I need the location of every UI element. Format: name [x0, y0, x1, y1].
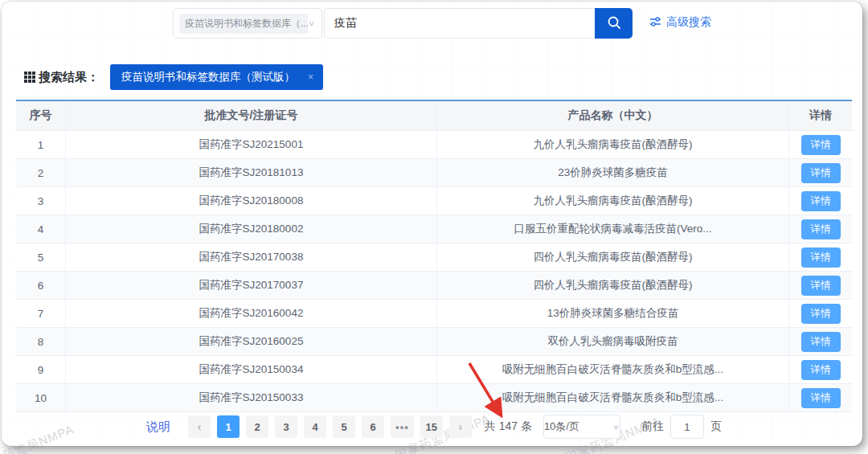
- grid-icon: [24, 72, 35, 83]
- row-index: 8: [16, 328, 66, 355]
- search-bar: 疫苗说明书和标签数据库（... × ∨ 高级搜索: [0, 8, 868, 40]
- table-row: 8 国药准字SJ20160025 双价人乳头瘤病毒吸附疫苗 详情: [16, 328, 852, 356]
- product-name: 九价人乳头瘤病毒疫苗(酿酒酵母): [437, 131, 789, 158]
- table-row: 7 国药准字SJ20160042 13价肺炎球菌多糖结合疫苗 详情: [16, 300, 852, 328]
- product-name: 吸附无细胞百白破灭活脊髓灰质炎和b型流感...: [437, 384, 789, 411]
- detail-button[interactable]: 详情: [801, 276, 841, 296]
- page-button-2[interactable]: 2: [246, 415, 268, 438]
- approval-number: 国药准字SJ20181013: [66, 159, 437, 186]
- results-header: 搜索结果： 疫苗说明书和标签数据库（测试版） ×: [24, 64, 323, 90]
- row-index: 5: [16, 243, 66, 271]
- table-row: 6 国药准字SJ20170037 四价人乳头瘤病毒疫苗(酿酒酵母) 详情: [16, 272, 852, 300]
- advanced-search-label: 高级搜索: [666, 15, 711, 30]
- detail-button[interactable]: 详情: [801, 360, 841, 380]
- detail-button[interactable]: 详情: [801, 304, 841, 324]
- product-name: 四价人乳头瘤病毒疫苗(酿酒酵母): [437, 272, 789, 299]
- approval-number: 国药准字SJ20170037: [66, 272, 437, 299]
- next-page-button[interactable]: ›: [449, 415, 472, 438]
- page-button-15[interactable]: 15: [420, 415, 443, 438]
- results-table: 序号 批准文号/注册证号 产品名称（中文） 详情 1 国药准字SJ2021500…: [16, 100, 852, 412]
- table-row: 9 国药准字SJ20150034 吸附无细胞百白破灭活脊髓灰质炎和b型流感...…: [16, 356, 852, 384]
- page-button-6[interactable]: 6: [362, 415, 384, 438]
- table-row: 1 国药准字SJ20215001 九价人乳头瘤病毒疫苗(酿酒酵母) 详情: [16, 131, 852, 159]
- detail-button[interactable]: 详情: [801, 163, 841, 183]
- pagination: 说明 ‹ 1 2 3 4 5 6 ••• 15 › 共 147 条 10条/页 …: [0, 415, 868, 439]
- page-button-1[interactable]: 1: [217, 415, 240, 438]
- detail-button[interactable]: 详情: [801, 135, 841, 155]
- database-tag-label: 疫苗说明书和标签数据库（...: [185, 17, 308, 31]
- product-name: 九价人乳头瘤病毒疫苗(酿酒酵母): [437, 187, 789, 215]
- chevron-left-icon: ‹: [198, 420, 202, 433]
- approval-number: 国药准字SJ20160042: [66, 300, 437, 327]
- filter-tag-label: 疫苗说明书和标签数据库（测试版）: [121, 70, 295, 84]
- filter-sliders-icon: [649, 16, 661, 30]
- header-detail: 详情: [789, 101, 852, 130]
- approval-number: 国药准字SJ20215001: [66, 131, 437, 158]
- table-row: 2 国药准字SJ20181013 23价肺炎球菌多糖疫苗 详情: [16, 159, 852, 187]
- approval-number: 国药准字SJ20180008: [66, 187, 437, 215]
- header-approval: 批准文号/注册证号: [66, 101, 437, 130]
- approval-number: 国药准字SJ20170038: [66, 243, 437, 271]
- filter-tag: 疫苗说明书和标签数据库（测试版） ×: [110, 64, 323, 90]
- goto-suffix: 页: [710, 419, 722, 434]
- chevron-down-icon: ∨: [308, 19, 315, 27]
- row-index: 10: [16, 384, 66, 411]
- row-index: 2: [16, 159, 66, 186]
- approval-number: 国药准字SJ20160025: [66, 328, 437, 355]
- row-index: 4: [16, 215, 66, 243]
- row-index: 9: [16, 356, 66, 383]
- total-count: 共 147 条: [485, 419, 532, 434]
- approval-number: 国药准字SJ20150033: [66, 384, 437, 411]
- page-button-4[interactable]: 4: [304, 415, 326, 438]
- product-name: 吸附无细胞百白破灭活脊髓灰质炎和b型流感...: [437, 356, 789, 383]
- table-header-row: 序号 批准文号/注册证号 产品名称（中文） 详情: [16, 101, 852, 131]
- search-button[interactable]: [595, 8, 633, 39]
- page-button-3[interactable]: 3: [275, 415, 297, 438]
- detail-button[interactable]: 详情: [801, 332, 841, 352]
- prev-page-button[interactable]: ‹: [188, 415, 211, 438]
- goto-prefix: 前往: [641, 419, 664, 434]
- more-pages-button[interactable]: •••: [391, 415, 414, 438]
- row-index: 3: [16, 187, 66, 215]
- note-link[interactable]: 说明: [146, 419, 170, 435]
- database-select[interactable]: 疫苗说明书和标签数据库（... × ∨: [173, 8, 322, 39]
- table-row: 10 国药准字SJ20150033 吸附无细胞百白破灭活脊髓灰质炎和b型流感..…: [16, 384, 852, 411]
- page-button-5[interactable]: 5: [333, 415, 355, 438]
- header-product: 产品名称（中文）: [437, 101, 789, 130]
- detail-button[interactable]: 详情: [801, 219, 841, 239]
- advanced-search-link[interactable]: 高级搜索: [649, 15, 711, 30]
- table-row: 5 国药准字SJ20170038 四价人乳头瘤病毒疫苗(酿酒酵母) 详情: [16, 243, 852, 272]
- table-row: 4 国药准字SJ20180002 口服五价重配轮状病毒减毒活疫苗(Vero...…: [16, 215, 852, 243]
- product-name: 四价人乳头瘤病毒疫苗(酿酒酵母): [437, 243, 789, 271]
- page-size-value: 10条/页: [544, 419, 579, 434]
- chevron-right-icon: ›: [458, 420, 462, 433]
- search-icon: [606, 14, 622, 33]
- row-index: 7: [16, 300, 66, 327]
- filter-tag-close-icon[interactable]: ×: [308, 72, 313, 83]
- page-size-select[interactable]: 10条/页 ∨: [543, 415, 620, 439]
- product-name: 13价肺炎球菌多糖结合疫苗: [437, 300, 789, 327]
- database-tag: 疫苗说明书和标签数据库（... ×: [179, 14, 308, 34]
- approval-number: 国药准字SJ20180002: [66, 215, 437, 243]
- approval-number: 国药准字SJ20150034: [66, 356, 437, 383]
- product-name: 23价肺炎球菌多糖疫苗: [437, 159, 789, 186]
- table-body: 1 国药准字SJ20215001 九价人乳头瘤病毒疫苗(酿酒酵母) 详情 2 国…: [16, 131, 852, 411]
- detail-button[interactable]: 详情: [801, 388, 841, 408]
- detail-button[interactable]: 详情: [801, 191, 841, 211]
- table-row: 3 国药准字SJ20180008 九价人乳头瘤病毒疫苗(酿酒酵母) 详情: [16, 187, 852, 215]
- goto-page: 前往 页: [641, 415, 722, 439]
- header-index: 序号: [16, 101, 66, 130]
- detail-button[interactable]: 详情: [801, 247, 841, 268]
- row-index: 1: [16, 131, 66, 158]
- chevron-down-icon: ∨: [612, 423, 620, 431]
- product-name: 口服五价重配轮状病毒减毒活疫苗(Vero...: [437, 215, 789, 243]
- search-input[interactable]: [324, 8, 595, 39]
- results-label: 搜索结果：: [39, 70, 99, 85]
- row-index: 6: [16, 272, 66, 299]
- goto-page-input[interactable]: [670, 415, 704, 439]
- product-name: 双价人乳头瘤病毒吸附疫苗: [437, 328, 789, 355]
